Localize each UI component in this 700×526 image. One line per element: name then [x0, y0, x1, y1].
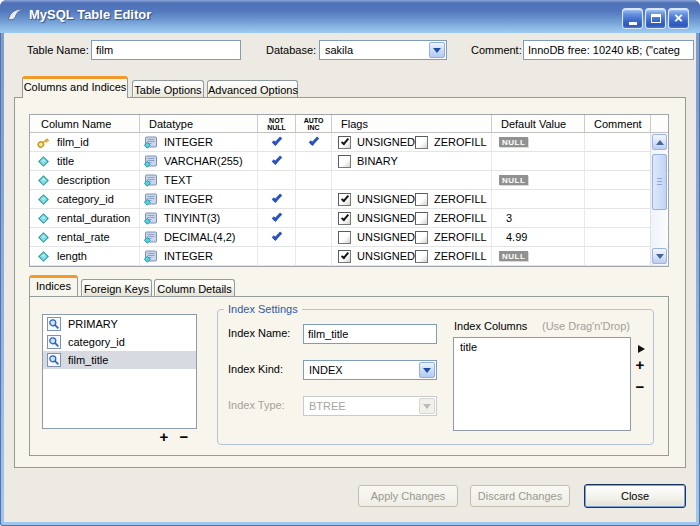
table-name-input[interactable]: [91, 40, 241, 60]
add-index-column-button[interactable]: +: [632, 358, 648, 372]
remove-index-column-button[interactable]: −: [632, 380, 648, 394]
flag: BINARY: [338, 155, 423, 168]
app-icon: [6, 6, 24, 24]
flag-checkbox[interactable]: [338, 250, 351, 263]
header-default-value[interactable]: Default Value: [492, 115, 585, 132]
index-columns-list[interactable]: title: [453, 337, 631, 431]
index-list[interactable]: PRIMARYcategory_idfilm_title: [42, 314, 197, 429]
database-label: Database:: [266, 44, 316, 56]
header-comment[interactable]: Comment: [585, 115, 651, 132]
scroll-down-button[interactable]: [652, 248, 667, 264]
auto-inc-cell: [296, 209, 332, 227]
index-settings-group: Index Settings Index Name: Index Kind: I…: [217, 309, 654, 445]
not-null-cell: [258, 152, 296, 170]
comment-input[interactable]: [523, 40, 694, 60]
column-name-cell: description: [30, 171, 140, 189]
arrow-down-icon: [656, 254, 664, 259]
maximize-button[interactable]: [645, 8, 666, 29]
flag-checkbox[interactable]: [415, 231, 428, 244]
table-row[interactable]: lengthINTEGERUNSIGNEDZEROFILLNULL: [30, 247, 668, 266]
table-row[interactable]: rental_durationTINYINT(3)UNSIGNEDZEROFIL…: [30, 209, 668, 228]
tab-columns-and-indices[interactable]: Columns and Indices: [22, 76, 128, 98]
database-select[interactable]: sakila: [319, 40, 447, 60]
index-kind-dropdown-button[interactable]: [419, 362, 435, 378]
column-name-cell: film_id: [30, 133, 140, 151]
check-icon: [340, 136, 348, 145]
flags-cell: UNSIGNEDZEROFILL: [332, 209, 492, 227]
table-row[interactable]: titleVARCHAR(255)BINARY: [30, 152, 668, 171]
tab-column-details[interactable]: Column Details: [154, 279, 235, 296]
index-kind-select[interactable]: INDEX: [303, 360, 437, 380]
flag-checkbox[interactable]: [415, 212, 428, 225]
index-list-item[interactable]: category_id: [43, 333, 196, 351]
index-columns-hint: (Use Drag'n'Drop): [542, 320, 630, 332]
tab-foreign-keys[interactable]: Foreign Keys: [81, 279, 152, 296]
flag: UNSIGNED: [338, 231, 415, 244]
column-name: category_id: [57, 193, 114, 205]
flag-checkbox[interactable]: [415, 193, 428, 206]
table-row[interactable]: film_idINTEGERUNSIGNEDZEROFILLNULL: [30, 133, 668, 152]
flag-checkbox[interactable]: [338, 193, 351, 206]
flag-label: UNSIGNED: [357, 212, 415, 224]
datatype-cell: VARCHAR(255): [140, 152, 258, 170]
datatype-icon: [143, 136, 159, 149]
check-icon: [340, 212, 348, 221]
index-settings-legend: Index Settings: [224, 303, 302, 315]
comment-cell: [585, 171, 651, 189]
table-row[interactable]: descriptionTEXTNULL: [30, 171, 668, 190]
close-button[interactable]: ×: [668, 8, 689, 29]
vertical-scrollbar[interactable]: [650, 133, 667, 265]
index-kind-label: Index Kind:: [228, 363, 283, 375]
minimize-button[interactable]: [622, 8, 643, 29]
tab-indices[interactable]: Indices: [29, 275, 78, 296]
title-bar[interactable]: MySQL Table Editor ×: [0, 0, 700, 33]
flag-checkbox[interactable]: [338, 136, 351, 149]
index-list-item[interactable]: film_title: [43, 351, 196, 369]
header-auto-inc[interactable]: AUTO INC: [296, 115, 332, 132]
header-flags[interactable]: Flags: [332, 115, 492, 132]
flag-checkbox[interactable]: [338, 212, 351, 225]
close-dialog-button[interactable]: Close: [584, 484, 686, 508]
column-name: length: [57, 250, 87, 262]
column-icon: [35, 174, 51, 187]
comment-cell: [585, 152, 651, 170]
scrollbar-thumb[interactable]: [652, 154, 667, 210]
column-name-cell: category_id: [30, 190, 140, 208]
table-row[interactable]: category_idINTEGERUNSIGNEDZEROFILL: [30, 190, 668, 209]
index-list-item[interactable]: PRIMARY: [43, 315, 196, 333]
flag-checkbox[interactable]: [338, 231, 351, 244]
mysql-table-editor: MySQL Table Editor × Table Name: Databas…: [0, 0, 700, 526]
move-column-button[interactable]: [638, 345, 645, 353]
not-null-cell: [258, 133, 296, 151]
comment-label: Comment:: [471, 44, 522, 56]
not-null-cell: [258, 171, 296, 189]
index-column-item[interactable]: title: [454, 338, 630, 353]
flag-checkbox[interactable]: [415, 136, 428, 149]
header-datatype[interactable]: Datatype: [140, 115, 258, 132]
not-null-cell: [258, 190, 296, 208]
header-corner: [651, 115, 668, 132]
scroll-up-button[interactable]: [652, 134, 667, 150]
comment-cell: [585, 228, 651, 246]
database-dropdown-button[interactable]: [429, 42, 445, 58]
null-badge: NULL: [499, 251, 528, 261]
tab-advanced-options[interactable]: Advanced Options: [207, 80, 298, 98]
flag-checkbox[interactable]: [415, 250, 428, 263]
header-column-name[interactable]: Column Name: [30, 115, 140, 132]
flag-label: ZEROFILL: [434, 136, 487, 148]
auto-inc-cell: [296, 152, 332, 170]
header-not-null[interactable]: NOT NULL: [258, 115, 296, 132]
add-index-button[interactable]: +: [156, 430, 172, 444]
remove-index-button[interactable]: −: [176, 430, 192, 444]
table-row[interactable]: rental_rateDECIMAL(4,2)UNSIGNEDZEROFILL4…: [30, 228, 668, 247]
datatype-text: VARCHAR(255): [164, 155, 243, 167]
apply-changes-button: Apply Changes: [358, 485, 458, 507]
index-name-input[interactable]: [303, 324, 437, 344]
flags-cell: UNSIGNEDZEROFILL: [332, 247, 492, 265]
column-icon: [35, 212, 51, 225]
index-name: category_id: [68, 336, 125, 348]
flag-checkbox[interactable]: [338, 155, 351, 168]
index-name: film_title: [68, 354, 108, 366]
tab-table-options[interactable]: Table Options: [132, 80, 204, 98]
index-type-value: BTREE: [309, 400, 346, 412]
